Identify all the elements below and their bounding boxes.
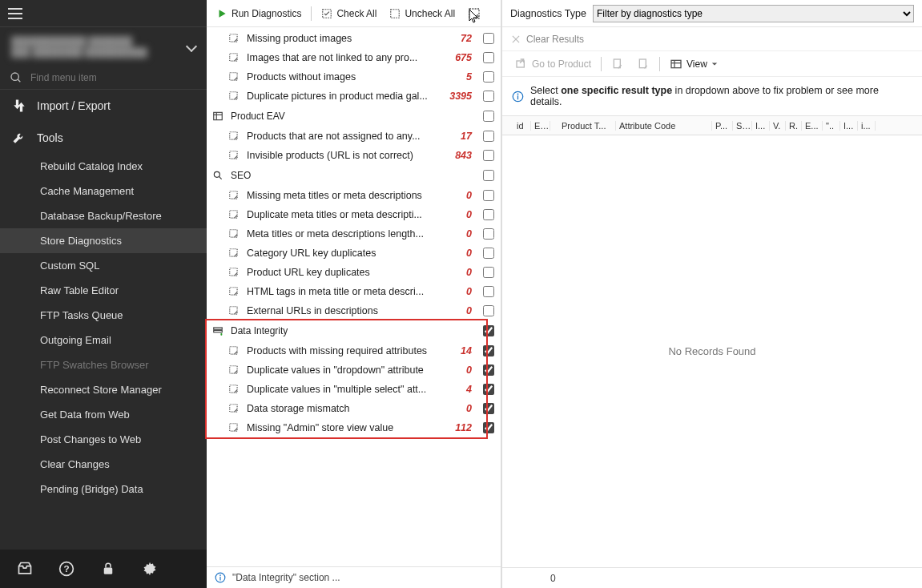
- store-selector[interactable]: ████████████ ███████ ███ ████████ ██████…: [0, 27, 207, 66]
- tree-row[interactable]: HTML tags in meta title or meta descri..…: [207, 282, 501, 301]
- row-count: 0: [438, 209, 472, 220]
- group-checkbox[interactable]: [483, 325, 494, 336]
- grid-col-header[interactable]: "..: [823, 121, 840, 131]
- group-checkbox[interactable]: [483, 111, 494, 122]
- doc-edit-icon: [637, 58, 650, 70]
- uncheck-all-icon: [389, 8, 401, 19]
- tree-row[interactable]: Duplicate values in "dropdown" attribute…: [207, 360, 501, 380]
- row-checkbox[interactable]: [483, 150, 494, 161]
- diagnostics-type-select[interactable]: Filter by diagnostics type: [593, 5, 914, 22]
- sidebar-item[interactable]: Reconnect Store Manager: [0, 377, 207, 402]
- row-checkbox[interactable]: [483, 71, 494, 83]
- sidebar-item[interactable]: Database Backup/Restore: [0, 203, 207, 228]
- tree-row[interactable]: Products with missing required attribute…: [207, 341, 501, 360]
- sidebar-item[interactable]: Raw Table Editor: [0, 278, 207, 303]
- row-checkbox[interactable]: [483, 228, 494, 240]
- sidebar-item[interactable]: Rebuild Catalog Index: [0, 154, 207, 179]
- sidebar-item[interactable]: Post Changes to Web: [0, 427, 207, 452]
- row-checkbox[interactable]: [483, 345, 494, 356]
- tree-row[interactable]: Duplicate values in "multiple select" at…: [207, 380, 501, 399]
- sidebar-item[interactable]: FTP Tasks Queue: [0, 303, 207, 328]
- grid-col-header[interactable]: Product T...: [558, 121, 616, 131]
- action-1-button[interactable]: [606, 55, 629, 73]
- grid-col-header[interactable]: id: [513, 121, 531, 131]
- svg-rect-41: [639, 59, 646, 68]
- gear-icon[interactable]: [141, 560, 159, 578]
- tree-row[interactable]: Data storage mismatch0: [207, 399, 501, 418]
- sidebar-item[interactable]: Clear Changes: [0, 452, 207, 477]
- clear-results-button[interactable]: Clear Results: [526, 34, 584, 45]
- grid-col-header[interactable]: I...: [840, 121, 858, 131]
- tree-row[interactable]: Missing product images72: [207, 29, 501, 48]
- sidebar-search[interactable]: [0, 66, 207, 90]
- help-icon[interactable]: ?: [58, 560, 75, 578]
- grid-col-header[interactable]: S...: [733, 121, 752, 131]
- group-checkbox[interactable]: [483, 170, 494, 181]
- sidebar-search-input[interactable]: [30, 72, 197, 83]
- row-label: Duplicate meta titles or meta descripti.…: [247, 209, 438, 220]
- row-checkbox[interactable]: [483, 305, 494, 316]
- row-icon: [227, 285, 240, 298]
- sidebar-item[interactable]: Get Data from Web: [0, 402, 207, 427]
- row-label: Meta titles or meta descriptions length.…: [247, 228, 438, 240]
- diagnostics-tree: Missing product images72Images that are …: [207, 27, 501, 566]
- check-all-button[interactable]: Check All: [316, 6, 381, 22]
- tree-row[interactable]: Duplicate meta titles or meta descripti.…: [207, 205, 501, 224]
- sidebar-item[interactable]: Pending (Bridge) Data: [0, 477, 207, 501]
- sidebar-section[interactable]: Tools: [0, 122, 207, 154]
- row-checkbox[interactable]: [483, 286, 494, 297]
- tree-row[interactable]: Products without images5: [207, 67, 501, 87]
- tree-group[interactable]: Data Integrity: [207, 320, 501, 341]
- row-checkbox[interactable]: [483, 131, 494, 142]
- tree-row[interactable]: Invisible products (URL is not correct)8…: [207, 146, 501, 165]
- grid-col-header[interactable]: P...: [712, 121, 733, 131]
- view-button[interactable]: View: [665, 55, 723, 73]
- row-checkbox[interactable]: [483, 91, 494, 102]
- tree-row[interactable]: Duplicate pictures in product media gal.…: [207, 87, 501, 106]
- tree-row[interactable]: Missing meta titles or meta descriptions…: [207, 186, 501, 205]
- row-checkbox[interactable]: [483, 422, 494, 433]
- tree-row[interactable]: Images that are not linked to any pro...…: [207, 48, 501, 67]
- sidebar-item[interactable]: Cache Management: [0, 179, 207, 203]
- run-diagnostics-button[interactable]: Run Diagnostics: [211, 6, 306, 22]
- grid-col-header[interactable]: E...: [531, 121, 550, 131]
- action-2-button[interactable]: [632, 55, 654, 73]
- lock-icon[interactable]: [99, 560, 117, 578]
- row-checkbox[interactable]: [483, 190, 494, 201]
- tree-row[interactable]: Products that are not assigned to any...…: [207, 127, 501, 146]
- go-to-product-button[interactable]: Go to Product: [510, 55, 596, 73]
- search-icon: [10, 71, 22, 84]
- sidebar-section[interactable]: Import / Export: [0, 90, 207, 122]
- grid-col-header[interactable]: R.: [786, 121, 802, 131]
- tree-group[interactable]: Product EAV: [207, 106, 501, 127]
- grid-col-header[interactable]: V.: [770, 121, 786, 131]
- goto-icon: [515, 58, 528, 70]
- filter-button[interactable]: [463, 5, 485, 22]
- row-checkbox[interactable]: [483, 209, 494, 220]
- row-checkbox[interactable]: [483, 33, 494, 44]
- tree-group[interactable]: SEO: [207, 165, 501, 186]
- sidebar-item[interactable]: Outgoing Email: [0, 328, 207, 352]
- row-checkbox[interactable]: [483, 267, 494, 278]
- row-checkbox[interactable]: [483, 364, 494, 376]
- grid-col-header[interactable]: Attribute Code: [616, 121, 712, 131]
- grid-col-header[interactable]: E...: [802, 121, 823, 131]
- tree-row[interactable]: Missing "Admin" store view value112: [207, 418, 501, 437]
- sidebar-item[interactable]: Custom SQL: [0, 253, 207, 278]
- grid-col-header[interactable]: I...: [752, 121, 770, 131]
- tree-row[interactable]: Product URL key duplicates0: [207, 263, 501, 282]
- sidebar-item[interactable]: Store Diagnostics: [0, 228, 207, 253]
- hamburger-menu-icon[interactable]: [8, 8, 22, 19]
- row-checkbox[interactable]: [483, 384, 494, 395]
- row-checkbox[interactable]: [483, 52, 494, 63]
- inbox-icon[interactable]: [16, 560, 34, 578]
- tree-row[interactable]: Category URL key duplicates0: [207, 244, 501, 263]
- tree-row[interactable]: Meta titles or meta descriptions length.…: [207, 224, 501, 244]
- tree-row[interactable]: External URLs in descriptions0: [207, 301, 501, 320]
- row-checkbox[interactable]: [483, 403, 494, 414]
- sidebar-item[interactable]: FTP Swatches Browser: [0, 352, 207, 377]
- uncheck-all-button[interactable]: Uncheck All: [385, 6, 460, 22]
- row-checkbox[interactable]: [483, 248, 494, 259]
- empty-text: No Records Found: [668, 345, 755, 357]
- grid-col-header[interactable]: i...: [858, 121, 876, 131]
